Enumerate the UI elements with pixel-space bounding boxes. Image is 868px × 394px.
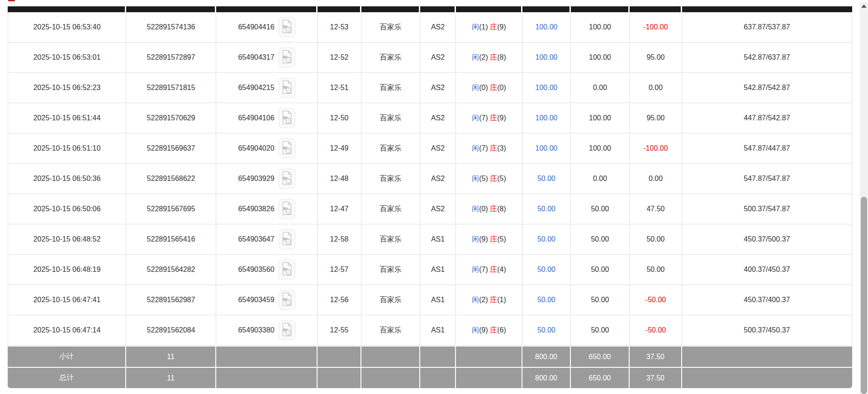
game-no-group: 654904416 [238, 17, 295, 37]
video-replay-button[interactable] [279, 17, 295, 37]
col-header-valid [571, 6, 630, 12]
table-row: 2025-10-15 06:50:36522891568622654903929… [8, 164, 852, 194]
table-row: 2025-10-15 06:48:52522891565416654903647… [8, 224, 852, 255]
result-player-label: 闲 [472, 296, 479, 304]
cell-game-no: 654903647 [216, 224, 318, 255]
bet-amount-link[interactable]: 100.00 [536, 53, 558, 61]
cell-game-type: 百家乐 [361, 164, 420, 194]
cell-order-no: 522891567695 [126, 194, 216, 224]
video-replay-button[interactable] [279, 320, 295, 340]
cell-table: AS2 [420, 103, 456, 133]
result-player-label: 闲 [472, 84, 479, 91]
video-file-icon [281, 80, 293, 95]
col-header-balance [682, 6, 852, 12]
cell-bet-amount: 50.00 [522, 224, 571, 255]
video-replay-button[interactable] [279, 260, 295, 280]
result-banker-score: (9) [497, 114, 506, 122]
footer-winloss-total: 37.50 [630, 367, 682, 388]
cell-game-type: 百家乐 [361, 43, 420, 73]
bet-amount-link[interactable]: 50.00 [537, 296, 555, 304]
cell-game-type: 百家乐 [361, 194, 420, 224]
cell-game-no: 654904020 [216, 133, 318, 164]
video-replay-button[interactable] [279, 199, 295, 219]
cell-win-loss: -100.00 [630, 12, 682, 43]
footer-valid-total: 650.00 [571, 367, 630, 388]
cell-table: AS1 [420, 224, 456, 255]
bet-amount-link[interactable]: 50.00 [537, 175, 555, 182]
cell-round: 12-48 [318, 164, 361, 194]
table-row: 2025-10-15 06:50:06522891567695654903826… [8, 194, 852, 224]
video-replay-button[interactable] [279, 78, 295, 98]
bet-amount-link[interactable]: 50.00 [537, 205, 555, 213]
game-no-group: 654903929 [238, 169, 295, 189]
cell-win-loss: 95.00 [630, 103, 682, 133]
game-no-value: 654904317 [238, 53, 274, 62]
cell-game-type: 百家乐 [361, 255, 420, 285]
cell-round: 12-51 [318, 73, 361, 103]
footer-label: 总计 [8, 367, 126, 388]
table-row: 2025-10-15 06:48:19522891564282654903560… [8, 255, 852, 285]
cell-result: 闲(9) 庄(6) [456, 315, 522, 346]
game-no-value: 654903380 [238, 326, 274, 334]
table-row: 2025-10-15 06:52:23522891571815654904215… [8, 73, 852, 103]
total-row: 总计11800.00650.0037.50 [8, 367, 852, 388]
video-file-icon [281, 19, 293, 35]
video-replay-button[interactable] [279, 229, 295, 249]
result-player-label: 闲 [472, 175, 479, 182]
bet-amount-link[interactable]: 100.00 [536, 144, 558, 152]
cell-result: 闲(9) 庄(5) [456, 224, 522, 255]
video-replay-button[interactable] [279, 290, 295, 310]
bet-amount-link[interactable]: 100.00 [536, 84, 558, 91]
video-file-icon [281, 50, 293, 65]
result-player-score: (9) [479, 326, 490, 334]
cell-game-type: 百家乐 [361, 133, 420, 164]
game-no-value: 654903459 [238, 296, 274, 304]
cell-game-type: 百家乐 [361, 73, 420, 103]
cell-result: 闲(0) 庄(8) [456, 194, 522, 224]
cell-round: 12-52 [318, 43, 361, 73]
video-replay-button[interactable] [279, 47, 295, 67]
scrollbar-up-arrow-icon[interactable] [861, 5, 867, 8]
video-replay-button[interactable] [279, 169, 295, 189]
bet-amount-link[interactable]: 50.00 [537, 235, 555, 243]
video-replay-button[interactable] [279, 138, 295, 158]
cell-order-no: 522891562084 [126, 315, 216, 346]
cell-bet-amount: 100.00 [522, 73, 571, 103]
vertical-scrollbar[interactable] [860, 2, 868, 394]
video-file-icon [281, 141, 293, 156]
cell-bet-amount: 50.00 [522, 164, 571, 194]
footer-empty [420, 346, 456, 367]
result-player-score: (0) [479, 205, 490, 213]
cell-table: AS1 [420, 315, 456, 346]
game-no-group: 654903380 [238, 320, 295, 340]
cell-win-loss: 50.00 [630, 255, 682, 285]
result-player-label: 闲 [472, 53, 479, 61]
bet-amount-link[interactable]: 50.00 [537, 326, 555, 334]
cell-win-loss: 0.00 [630, 73, 682, 103]
game-no-value: 654904416 [238, 23, 274, 31]
result-player-score: (2) [479, 53, 490, 61]
bet-amount-link[interactable]: 100.00 [536, 23, 558, 31]
bet-amount-link[interactable]: 100.00 [536, 114, 558, 122]
cell-order-no: 522891574136 [126, 12, 216, 43]
cell-time: 2025-10-15 06:48:52 [8, 224, 126, 255]
cell-result: 闲(2) 庄(8) [456, 43, 522, 73]
result-player-score: (0) [479, 84, 490, 91]
cell-time: 2025-10-15 06:48:19 [8, 255, 126, 285]
game-no-group: 654903647 [238, 229, 295, 249]
cell-round: 12-56 [318, 285, 361, 315]
cell-game-type: 百家乐 [361, 315, 420, 346]
result-banker-score: (8) [497, 205, 506, 213]
cell-balance: 450.37/500.37 [682, 224, 852, 255]
video-replay-button[interactable] [279, 108, 295, 128]
result-banker-score: (8) [497, 53, 506, 61]
cell-game-no: 654904215 [216, 73, 318, 103]
bet-amount-link[interactable]: 50.00 [537, 266, 555, 273]
footer-valid-total: 650.00 [571, 346, 630, 367]
game-no-group: 654903459 [238, 290, 295, 310]
cell-balance: 450.37/400.37 [682, 285, 852, 315]
cell-game-no: 654904106 [216, 103, 318, 133]
scrollbar-thumb[interactable] [861, 197, 867, 394]
game-no-value: 654903560 [238, 266, 274, 274]
cell-valid-amount: 50.00 [571, 224, 630, 255]
